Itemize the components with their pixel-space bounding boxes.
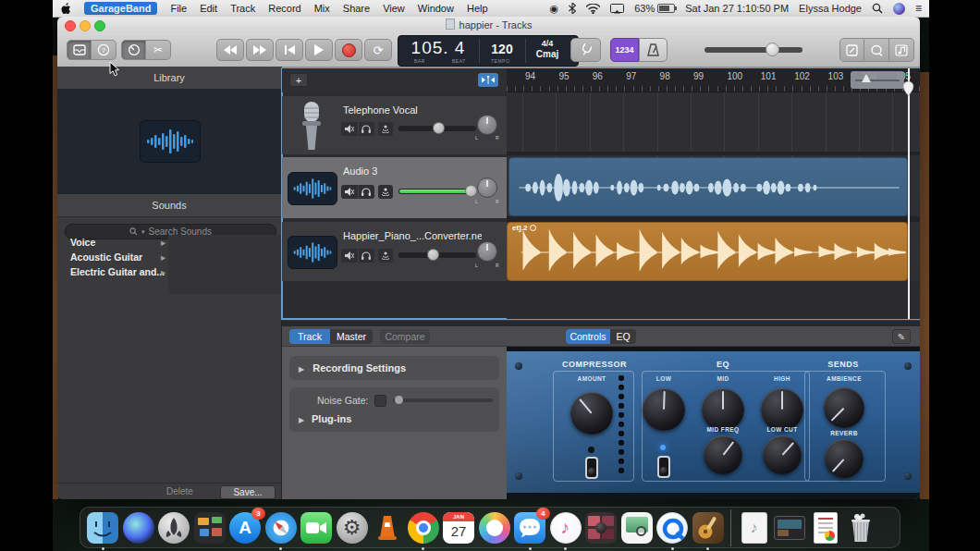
menu-record[interactable]: Record (268, 3, 300, 14)
menu-clock[interactable]: Sat Jan 27 1:10:50 PM (685, 3, 789, 14)
input-monitoring-button[interactable] (378, 185, 393, 199)
dock-photo-booth[interactable] (584, 511, 618, 545)
input-monitoring-button[interactable] (378, 122, 393, 136)
eq-switch[interactable] (657, 456, 670, 478)
spotlight-search-icon[interactable] (872, 3, 883, 14)
zoom-slider-thumb[interactable] (862, 74, 871, 82)
pan-knob[interactable] (477, 241, 497, 262)
title-bar[interactable]: happier - Tracks (57, 17, 920, 34)
volume-thumb[interactable] (465, 185, 477, 197)
track-volume-slider[interactable] (398, 189, 476, 194)
low-cut-knob[interactable] (763, 435, 802, 474)
dock-minimized-window[interactable] (773, 511, 806, 545)
siri-icon[interactable] (893, 3, 905, 15)
track-header-audio3[interactable]: Audio 3 L R (282, 157, 507, 218)
playhead-pin[interactable] (901, 80, 915, 97)
delete-button[interactable]: Delete (166, 486, 193, 496)
mid-freq-knob[interactable] (704, 435, 742, 474)
play-button[interactable] (305, 39, 333, 61)
dock-messages[interactable]: 4 (513, 511, 546, 545)
notification-center-icon[interactable]: ≡ (915, 2, 922, 15)
save-button[interactable]: Save... (220, 485, 276, 499)
solo-headphones-icon[interactable] (358, 185, 375, 199)
audio3-region[interactable] (508, 157, 908, 216)
menu-user[interactable]: Elyssa Hodge (799, 3, 862, 14)
menu-window[interactable]: Window (418, 3, 454, 14)
bluetooth-icon[interactable] (569, 3, 576, 14)
display-mirroring-icon[interactable] (610, 4, 624, 14)
master-volume-slider[interactable] (704, 47, 802, 53)
dock-garageband[interactable] (692, 511, 725, 545)
mute-icon[interactable] (341, 249, 358, 263)
track-name[interactable]: Happier_Piano_...Converter.net] (343, 230, 482, 241)
volume-thumb[interactable] (433, 122, 445, 134)
note-pad-button[interactable] (839, 38, 864, 62)
add-track-button[interactable]: + (289, 73, 308, 87)
playhead[interactable] (908, 68, 910, 319)
low-knob[interactable] (643, 388, 685, 431)
noise-gate-checkbox[interactable] (374, 395, 386, 407)
mute-solo-buttons[interactable] (341, 122, 374, 136)
dock-siri[interactable] (122, 511, 155, 545)
menu-edit[interactable]: Edit (200, 3, 217, 14)
amount-knob[interactable] (570, 392, 613, 435)
piano-region[interactable]: et].2 (507, 222, 908, 281)
dock-app-store[interactable]: A 3 (228, 511, 262, 545)
dock-vlc[interactable] (371, 511, 404, 545)
menu-share[interactable]: Share (343, 3, 370, 14)
smart-controls-button[interactable] (121, 40, 146, 60)
forward-button[interactable] (246, 39, 274, 61)
input-monitoring-button[interactable] (378, 249, 393, 263)
mute-solo-buttons[interactable] (341, 249, 374, 263)
noise-gate-slider[interactable] (393, 398, 493, 402)
library-item-electric-guitar[interactable]: Electric Guitar and...▸ (57, 264, 281, 279)
library-toggle-button[interactable] (67, 40, 92, 60)
track-header-telephone-vocal[interactable]: Telephone Vocal L R (282, 96, 507, 154)
menu-help[interactable]: Help (467, 3, 488, 14)
menu-view[interactable]: View (383, 3, 405, 14)
editor-button[interactable]: ✂ (146, 40, 171, 60)
dock-documents[interactable] (809, 511, 842, 545)
wifi-icon[interactable] (586, 4, 600, 14)
mute-icon[interactable] (341, 122, 358, 136)
noise-gate-thumb[interactable] (395, 396, 403, 404)
dock-preview[interactable] (620, 511, 654, 545)
dock-itunes[interactable]: ♪ (549, 511, 582, 545)
volume-thumb[interactable] (427, 249, 439, 261)
reverb-knob[interactable] (825, 439, 864, 478)
ambience-knob[interactable] (824, 387, 864, 428)
mute-icon[interactable] (341, 185, 358, 199)
dock-quicktime[interactable] (655, 511, 689, 545)
tab-eq[interactable]: EQ (610, 329, 636, 344)
dock-safari[interactable] (264, 511, 298, 545)
menu-app-name[interactable]: GarageBand (84, 2, 157, 15)
metronome-button[interactable] (639, 38, 668, 62)
solo-headphones-icon[interactable] (358, 249, 375, 263)
menu-file[interactable]: File (170, 3, 187, 14)
track-header-happier-piano[interactable]: Happier_Piano_...Converter.net] L R (282, 222, 507, 281)
zoom-slider[interactable] (851, 71, 904, 89)
track-volume-slider[interactable] (398, 126, 476, 131)
solo-headphones-icon[interactable] (358, 122, 375, 136)
pan-knob[interactable] (477, 178, 497, 198)
timeline-lanes[interactable]: et].2 (507, 92, 920, 319)
catch-playhead-button[interactable] (478, 73, 498, 87)
rewind-button[interactable] (216, 39, 244, 61)
cycle-button[interactable]: ⟳ (364, 39, 392, 61)
compare-button[interactable]: Compare (380, 329, 430, 344)
edit-pencil-button[interactable]: ✎ (892, 329, 911, 344)
dock-facetime[interactable] (300, 511, 333, 545)
compressor-switch[interactable] (585, 457, 598, 479)
track-name[interactable]: Telephone Vocal (343, 104, 418, 116)
plugins-label[interactable]: Plug-ins (312, 413, 351, 424)
volume-slider-thumb[interactable] (766, 43, 779, 56)
lcd-display[interactable]: 105. 4 BAR BEAT 120 TEMPO 4/4 Cmaj ▾ (398, 35, 579, 67)
high-knob[interactable] (761, 388, 803, 431)
record-button[interactable] (335, 39, 362, 61)
dock-trash[interactable] (844, 511, 877, 545)
mid-knob[interactable] (702, 388, 744, 431)
screen-recording-icon[interactable]: ◉ (550, 3, 559, 15)
track-name[interactable]: Audio 3 (343, 165, 377, 177)
dock-chrome[interactable] (407, 511, 440, 545)
menu-mix[interactable]: Mix (314, 3, 330, 14)
